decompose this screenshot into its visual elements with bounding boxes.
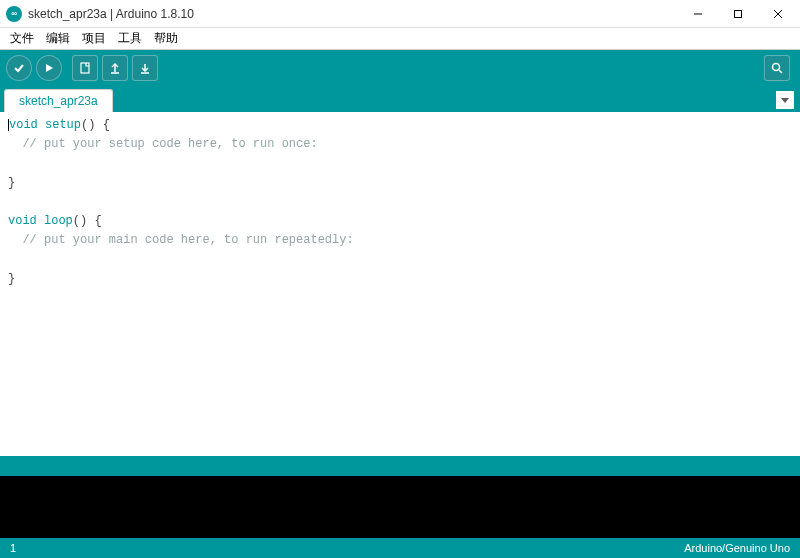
save-button[interactable]: [132, 55, 158, 81]
code-comment: // put your main code here, to run repea…: [8, 233, 354, 247]
tab-menu-button[interactable]: [776, 91, 794, 109]
new-button[interactable]: [72, 55, 98, 81]
menu-tools[interactable]: 工具: [112, 28, 148, 49]
svg-line-11: [779, 70, 782, 73]
toolbar: [0, 50, 800, 86]
code-text: () {: [81, 118, 110, 132]
status-line-number: 1: [10, 542, 16, 554]
menu-project[interactable]: 项目: [76, 28, 112, 49]
verify-button[interactable]: [6, 55, 32, 81]
code-func: loop: [37, 214, 73, 228]
close-button[interactable]: [758, 0, 798, 28]
code-text: () {: [73, 214, 102, 228]
status-board: Arduino/Genuino Uno: [684, 542, 790, 554]
code-text: }: [8, 176, 15, 190]
minimize-button[interactable]: [678, 0, 718, 28]
upload-button[interactable]: [36, 55, 62, 81]
window-title: sketch_apr23a | Arduino 1.8.10: [28, 7, 678, 21]
console-output[interactable]: [0, 476, 800, 538]
menubar: 文件 编辑 项目 工具 帮助: [0, 28, 800, 50]
code-comment: // put your setup code here, to run once…: [8, 137, 318, 151]
svg-marker-4: [46, 64, 53, 72]
svg-rect-1: [735, 10, 742, 17]
code-text: }: [8, 272, 15, 286]
code-editor[interactable]: void setup() { // put your setup code he…: [0, 112, 800, 456]
svg-point-10: [773, 64, 780, 71]
message-bar: [0, 456, 800, 476]
statusbar: 1 Arduino/Genuino Uno: [0, 538, 800, 558]
menu-file[interactable]: 文件: [4, 28, 40, 49]
tabbar: sketch_apr23a: [0, 86, 800, 112]
tab-sketch[interactable]: sketch_apr23a: [4, 89, 113, 112]
arduino-logo-icon: ∞: [6, 6, 22, 22]
code-keyword: void: [8, 214, 37, 228]
window-titlebar: ∞ sketch_apr23a | Arduino 1.8.10: [0, 0, 800, 28]
code-func: setup: [38, 118, 81, 132]
serial-monitor-button[interactable]: [764, 55, 790, 81]
open-button[interactable]: [102, 55, 128, 81]
code-keyword: void: [9, 118, 38, 132]
svg-marker-12: [781, 98, 789, 103]
menu-help[interactable]: 帮助: [148, 28, 184, 49]
menu-edit[interactable]: 编辑: [40, 28, 76, 49]
maximize-button[interactable]: [718, 0, 758, 28]
svg-rect-5: [81, 63, 89, 73]
